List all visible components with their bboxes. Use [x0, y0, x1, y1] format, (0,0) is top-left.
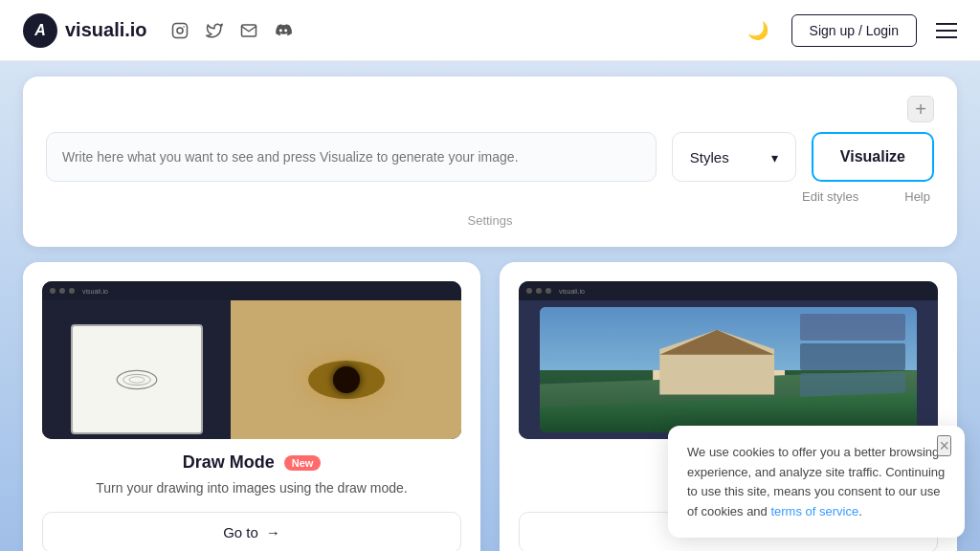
visualize-button[interactable]: Visualize: [812, 132, 934, 182]
terms-of-service-link[interactable]: terms of service: [770, 504, 858, 518]
edit-styles-label[interactable]: Edit styles: [802, 189, 858, 204]
svg-point-2: [183, 26, 185, 28]
help-label[interactable]: Help: [904, 189, 930, 204]
svg-point-5: [129, 376, 145, 382]
discord-icon[interactable]: [274, 21, 293, 40]
twitter-icon[interactable]: [205, 21, 224, 40]
new-badge: New: [284, 455, 322, 471]
result-panel: [231, 300, 461, 439]
svg-point-1: [177, 28, 183, 33]
house-screenshot: [519, 300, 938, 439]
draw-mode-card: visuali.io: [23, 262, 480, 551]
cookie-text: We use cookies to offer you a better bro…: [687, 443, 946, 522]
prompt-row: Styles Visualize: [46, 132, 934, 182]
brand-name: visuali.io: [65, 19, 147, 41]
svg-rect-0: [172, 23, 187, 37]
styles-dropdown[interactable]: Styles: [672, 132, 796, 182]
prompt-actions: Edit styles Help: [46, 189, 934, 204]
social-links: [170, 21, 293, 40]
prompt-card-top: +: [46, 96, 934, 122]
settings-label[interactable]: Settings: [46, 213, 934, 228]
mail-icon[interactable]: [239, 21, 258, 40]
screenshot-toolbar-left: visuali.io: [42, 281, 461, 300]
logo-link[interactable]: A visuali.io: [23, 13, 147, 48]
prompt-card: + Styles Visualize Edit styles Help Sett…: [23, 77, 957, 247]
draw-mode-cta[interactable]: Go to →: [42, 512, 461, 551]
hamburger-menu[interactable]: [936, 23, 957, 38]
screenshot-toolbar-right: visuali.io: [519, 281, 938, 300]
draw-mode-title: Draw Mode New: [42, 452, 461, 473]
sketch-box: [71, 324, 203, 435]
prompt-input[interactable]: [46, 132, 657, 182]
house-visual: [540, 307, 917, 432]
cookie-banner: × We use cookies to offer you a better b…: [668, 426, 965, 538]
edit-mode-screenshot: visuali.io: [519, 281, 938, 439]
eye-visual: [308, 361, 385, 399]
draw-mode-screenshot: visuali.io: [42, 281, 461, 439]
add-button[interactable]: +: [907, 96, 934, 122]
cookie-close-button[interactable]: ×: [937, 435, 951, 456]
logo-icon: A: [23, 13, 57, 48]
draw-mode-desc: Turn your drawing into images using the …: [42, 478, 461, 498]
signup-button[interactable]: Sign up / Login: [791, 14, 917, 47]
sketch-panel: [42, 300, 231, 439]
svg-point-4: [122, 374, 150, 385]
dark-mode-toggle[interactable]: 🌙: [747, 20, 768, 41]
navbar: A visuali.io 🌙 Sign up / Login: [0, 0, 980, 61]
chevron-down-icon: [771, 149, 778, 165]
instagram-icon[interactable]: [170, 21, 189, 40]
